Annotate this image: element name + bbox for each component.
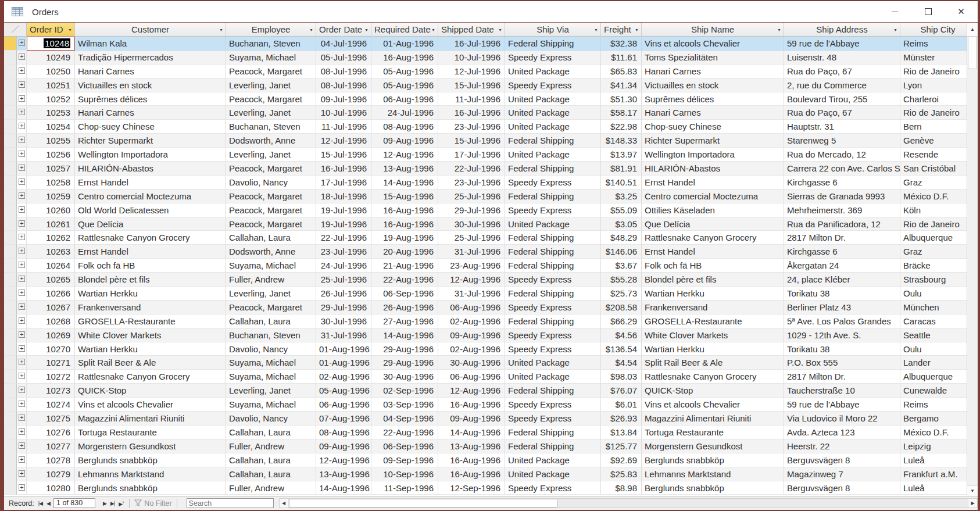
cell-ship-via[interactable]: Federal Shipping [505, 259, 601, 273]
cell-employee[interactable]: Leverling, Janet [226, 78, 316, 92]
expand-row-icon[interactable]: + [19, 123, 25, 129]
cell-ship-address[interactable]: P.O. Box 555 [784, 356, 900, 370]
cell-order-date[interactable]: 18-Jul-1996 [316, 190, 371, 203]
cell-freight[interactable]: $58.17 [601, 106, 642, 120]
next-record-button[interactable]: ▶ [103, 501, 106, 506]
cell-ship-via[interactable]: United Package [505, 106, 601, 120]
cell-order-date[interactable]: 05-Jul-1996 [316, 51, 371, 65]
row-selector[interactable] [4, 273, 17, 287]
cell-ship-via[interactable]: United Package [505, 453, 601, 467]
cell-ship-city[interactable]: Luleå [900, 453, 967, 467]
cell-customer[interactable]: Blondel père et fils [75, 273, 226, 287]
cell-ship-address[interactable]: Berliner Platz 43 [784, 301, 900, 315]
row-selector[interactable] [4, 426, 17, 439]
cell-freight[interactable]: $4.56 [601, 328, 642, 342]
cell-shipped-date[interactable]: 23-Jul-1996 [438, 120, 505, 134]
cell-ship-address[interactable]: Boulevard Tirou, 255 [784, 92, 900, 106]
expand-row-icon[interactable]: + [19, 81, 25, 88]
cell-order-date[interactable]: 17-Jul-1996 [316, 176, 371, 190]
cell-freight[interactable]: $136.54 [601, 342, 642, 356]
cell-employee[interactable]: Dodsworth, Anne [226, 245, 316, 259]
record-position-box[interactable]: 1 of 830 [53, 498, 95, 508]
cell-required-date[interactable]: 26-Aug-1996 [371, 301, 438, 315]
cell-order-date[interactable]: 30-Jul-1996 [316, 315, 371, 328]
first-record-button[interactable]: |◀ [38, 501, 42, 506]
cell-order-id[interactable]: 10266 [27, 287, 75, 301]
expand-row-icon[interactable]: + [19, 234, 25, 240]
cell-ship-via[interactable]: Federal Shipping [505, 245, 601, 259]
scroll-right-button[interactable]: ▶ [968, 499, 977, 508]
cell-order-id[interactable]: 10271 [27, 356, 75, 370]
cell-ship-city[interactable]: Rio de Janeiro [900, 65, 967, 78]
cell-ship-via[interactable]: United Package [505, 217, 601, 231]
cell-employee[interactable]: Suyama, Michael [226, 370, 316, 384]
cell-order-date[interactable]: 16-Jul-1996 [316, 162, 371, 176]
row-selector[interactable] [4, 176, 17, 190]
cell-ship-via[interactable]: Federal Shipping [505, 162, 601, 176]
cell-customer[interactable]: Rattlesnake Canyon Grocery [75, 370, 226, 384]
cell-employee[interactable]: Callahan, Laura [226, 426, 316, 439]
cell-ship-city[interactable]: Genève [900, 134, 967, 148]
cell-required-date[interactable]: 08-Aug-1996 [371, 120, 438, 134]
row-selector[interactable] [4, 287, 17, 301]
expand-row-icon[interactable]: + [19, 220, 25, 227]
cell-ship-name[interactable]: Hanari Carnes [642, 65, 784, 78]
cell-order-date[interactable]: 13-Aug-1996 [316, 467, 371, 481]
cell-customer[interactable]: Wartian Herkku [75, 342, 226, 356]
cell-required-date[interactable]: 29-Aug-1996 [371, 356, 438, 370]
cell-ship-via[interactable]: Federal Shipping [505, 190, 601, 203]
horizontal-scroll-thumb[interactable] [289, 499, 557, 508]
cell-order-id[interactable]: 10279 [27, 467, 75, 481]
search-input[interactable] [187, 498, 274, 508]
cell-order-id[interactable]: 10263 [27, 245, 75, 259]
cell-order-id[interactable]: 10253 [27, 106, 75, 120]
cell-shipped-date[interactable]: 25-Jul-1996 [438, 190, 505, 203]
cell-employee[interactable]: Leverling, Janet [226, 148, 316, 162]
cell-freight[interactable]: $13.97 [601, 148, 642, 162]
cell-customer[interactable]: Wellington Importadora [75, 148, 226, 162]
cell-order-id[interactable]: 10252 [27, 92, 75, 106]
cell-ship-city[interactable]: Frankfurt a.M. [900, 467, 967, 481]
expand-row-icon[interactable]: + [19, 276, 25, 282]
cell-shipped-date[interactable]: 06-Aug-1996 [438, 301, 505, 315]
cell-required-date[interactable]: 13-Aug-1996 [371, 162, 438, 176]
cell-ship-city[interactable]: San Cristóbal [900, 162, 967, 176]
cell-employee[interactable]: Davolio, Nancy [226, 176, 316, 190]
cell-freight[interactable]: $148.33 [601, 134, 642, 148]
cell-shipped-date[interactable]: 16-Aug-1996 [438, 398, 505, 412]
row-selector[interactable] [4, 342, 17, 356]
scroll-up-button[interactable]: ▲ [967, 23, 978, 37]
cell-ship-city[interactable]: Caracas [900, 315, 967, 328]
cell-order-date[interactable]: 02-Aug-1996 [316, 370, 371, 384]
cell-ship-address[interactable]: Rua do Paço, 67 [784, 65, 900, 78]
cell-customer[interactable]: Ernst Handel [75, 176, 226, 190]
cell-ship-name[interactable]: Ernst Handel [642, 176, 784, 190]
cell-order-date[interactable]: 04-Jul-1996 [316, 37, 371, 51]
cell-employee[interactable]: Callahan, Laura [226, 231, 316, 245]
row-selector[interactable] [4, 78, 17, 92]
cell-ship-via[interactable]: United Package [505, 65, 601, 78]
cell-ship-address[interactable]: Via Ludovico il Moro 22 [784, 412, 900, 426]
cell-employee[interactable]: Buchanan, Steven [226, 328, 316, 342]
cell-order-id[interactable]: 10249 [27, 51, 75, 65]
cell-freight[interactable]: $55.28 [601, 273, 642, 287]
cell-order-id[interactable]: 10272 [27, 370, 75, 384]
cell-shipped-date[interactable]: 14-Aug-1996 [438, 426, 505, 439]
cell-order-id[interactable]: 10277 [27, 439, 75, 453]
cell-order-date[interactable]: 19-Jul-1996 [316, 203, 371, 217]
cell-required-date[interactable]: 14-Aug-1996 [371, 176, 438, 190]
cell-ship-name[interactable]: Berglunds snabbköp [642, 453, 784, 467]
cell-ship-city[interactable]: Cunewalde [900, 384, 967, 398]
cell-ship-via[interactable]: United Package [505, 92, 601, 106]
row-selector[interactable] [4, 162, 17, 176]
cell-ship-name[interactable]: Vins et alcools Chevalier [642, 37, 784, 51]
column-header-ship-name[interactable]: Ship Name▼ [642, 23, 784, 37]
cell-order-date[interactable]: 05-Aug-1996 [316, 384, 371, 398]
cell-ship-name[interactable]: White Clover Markets [642, 328, 784, 342]
cell-ship-via[interactable]: United Package [505, 467, 601, 481]
cell-employee[interactable]: Davolio, Nancy [226, 412, 316, 426]
row-selector[interactable] [4, 315, 17, 328]
expand-row-icon[interactable]: + [19, 40, 25, 46]
cell-freight[interactable]: $32.38 [601, 37, 642, 51]
cell-required-date[interactable]: 11-Sep-1996 [371, 481, 438, 495]
